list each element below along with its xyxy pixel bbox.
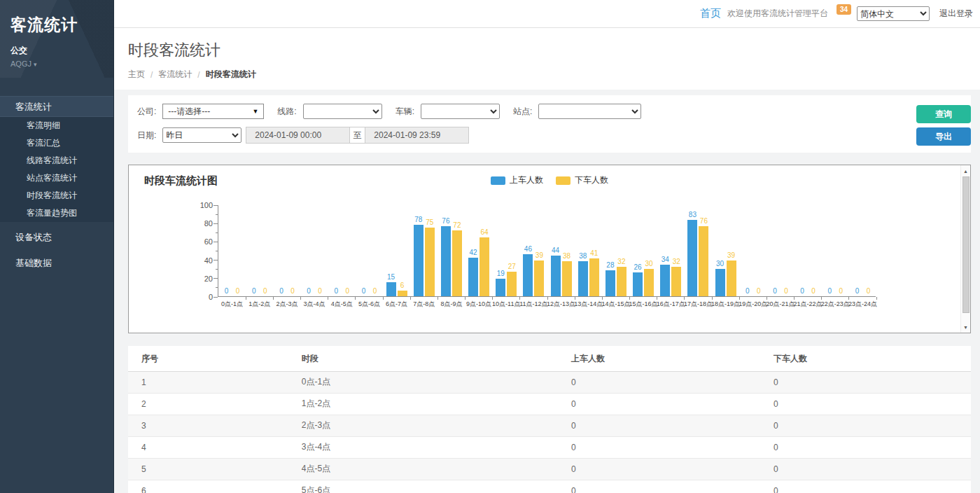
chart-scrollbar[interactable]: ▲ ▼ (960, 165, 970, 333)
export-button[interactable]: 导出 (916, 127, 971, 146)
table-cell: 4点-5点 (288, 459, 558, 480)
scrollbar-thumb[interactable] (962, 176, 969, 313)
x-axis-label: 13点-14点 (574, 300, 603, 309)
legend-label: 下车人数 (575, 174, 608, 186)
table-cell: 0 (558, 394, 760, 415)
line-select[interactable] (303, 104, 382, 119)
breadcrumb-home[interactable]: 主页 (128, 69, 145, 81)
sidebar-item[interactable]: 基础数据 (0, 253, 113, 274)
x-axis-tick (465, 297, 465, 300)
sidebar-item[interactable]: 客流量趋势图 (0, 204, 113, 222)
sidebar-item[interactable]: 时段客流统计 (0, 187, 113, 204)
x-axis-label: 21点-22点 (794, 300, 822, 309)
date-start-input[interactable] (246, 127, 349, 144)
x-axis-label: 1点-2点 (248, 300, 270, 309)
legend-swatch-icon (491, 176, 505, 185)
line-label: 线路: (277, 106, 296, 118)
page-title: 时段客流统计 (128, 40, 966, 61)
bar-boarding (523, 254, 533, 296)
hourly-flow-table: 序号时段上车人数下车人数 10点-1点0021点-2点0032点-3点0043点… (128, 346, 971, 493)
x-axis-label: 18点-19点 (711, 300, 740, 309)
breadcrumb-section[interactable]: 客流统计 (158, 69, 192, 81)
date-label: 日期: (137, 130, 156, 141)
chart-title: 时段车流统计图 (144, 174, 218, 188)
y-axis-tick (216, 214, 218, 215)
station-select[interactable] (538, 104, 641, 119)
y-axis-tick (214, 260, 218, 261)
x-axis-label: 12点-13点 (547, 300, 575, 309)
vehicle-select[interactable] (421, 104, 500, 119)
table-cell: 0 (558, 480, 760, 493)
y-axis-label: 0 (188, 293, 213, 301)
org-name: 公交 (10, 45, 103, 57)
y-axis-tick (216, 251, 218, 251)
legend-label: 上车人数 (510, 174, 543, 186)
bar-boarding (715, 269, 725, 296)
legend-item[interactable]: 下车人数 (556, 174, 608, 186)
table-cell: 0 (558, 372, 760, 394)
chart-panel: 时段车流统计图 上车人数下车人数 0204060801000点-1点001点-2… (128, 165, 971, 333)
x-axis-label: 5点-6点 (358, 300, 380, 309)
bar-boarding (578, 261, 588, 296)
org-selector[interactable]: AQGJ ▾ (10, 60, 103, 68)
bar-boarding (414, 225, 424, 296)
x-axis-tick (328, 297, 328, 300)
x-axis-label: 17点-18点 (684, 300, 713, 309)
sidebar-item[interactable]: 客流统计 (0, 96, 113, 117)
table-cell: 5点-6点 (288, 480, 558, 493)
language-select[interactable]: 简体中文 (857, 6, 930, 21)
bar-value-label: 72 (445, 221, 469, 229)
bar-boarding (496, 279, 505, 296)
breadcrumb-separator: / (150, 70, 153, 80)
sidebar-item[interactable]: 站点客流统计 (0, 169, 113, 187)
sidebar-item[interactable]: 设备状态 (0, 227, 113, 248)
x-axis-label: 4点-5点 (331, 300, 353, 309)
bar-boarding (687, 220, 697, 296)
legend-item[interactable]: 上车人数 (491, 174, 543, 186)
x-axis-tick (438, 297, 438, 300)
table-header-row: 序号时段上车人数下车人数 (128, 346, 971, 372)
y-axis-tick (214, 242, 218, 242)
company-select[interactable]: ---请选择--- ▼ (162, 104, 264, 119)
breadcrumb: 主页 / 客流统计 / 时段客流统计 (128, 69, 966, 81)
bar-alighting (507, 272, 517, 296)
sidebar-item[interactable]: 线路客流统计 (0, 152, 113, 169)
x-axis-tick (410, 297, 411, 300)
bar-value-label: 76 (692, 217, 715, 225)
home-link[interactable]: 首页 (700, 7, 721, 20)
chart-legend: 上车人数下车人数 (491, 174, 608, 186)
query-button[interactable]: 查询 (916, 105, 971, 123)
vehicle-label: 车辆: (396, 106, 414, 118)
y-axis-tick (216, 269, 218, 270)
y-axis-tick (214, 223, 218, 224)
table-row: 43点-4点00 (128, 437, 971, 459)
breadcrumb-current: 时段客流统计 (206, 69, 256, 81)
x-axis-label: 3点-4点 (304, 300, 326, 309)
date-end-input[interactable] (365, 127, 469, 144)
notification-badge[interactable]: 34 (836, 4, 851, 15)
bar-value-label: 0 (363, 287, 386, 295)
bar-value-label: 6 (391, 282, 414, 289)
table-cell: 1 (128, 372, 288, 394)
sidebar-item[interactable]: 客流明细 (0, 117, 113, 134)
scroll-down-icon[interactable]: ▼ (961, 322, 970, 332)
chevron-down-icon: ▾ (34, 61, 37, 68)
bar-alighting (479, 237, 489, 296)
y-axis-tick (216, 232, 218, 233)
sidebar-item[interactable]: 客流汇总 (0, 134, 113, 152)
date-preset-select[interactable]: 昨日 (162, 127, 241, 143)
x-axis-label: 20点-21点 (766, 300, 794, 309)
table-header-cell: 上车人数 (558, 346, 760, 372)
scroll-up-icon[interactable]: ▲ (961, 166, 970, 176)
x-axis-label: 22点-23点 (821, 300, 850, 309)
table-cell: 4 (128, 437, 288, 459)
filter-actions: 查询 导出 (916, 105, 971, 146)
table-cell: 0 (760, 480, 971, 493)
x-axis-label: 16点-17点 (657, 300, 685, 309)
filter-row-1: 公司: ---请选择--- ▼ 线路: 车辆: 站点: (137, 104, 906, 119)
table-header-cell: 序号 (128, 346, 288, 372)
x-axis-label: 7点-8点 (413, 300, 435, 309)
bar-boarding (660, 265, 670, 296)
main-area: 首页 欢迎使用客流统计管理平台 34 简体中文 退出登录 时段客流统计 主页 /… (114, 0, 980, 493)
logout-link[interactable]: 退出登录 (939, 8, 973, 20)
